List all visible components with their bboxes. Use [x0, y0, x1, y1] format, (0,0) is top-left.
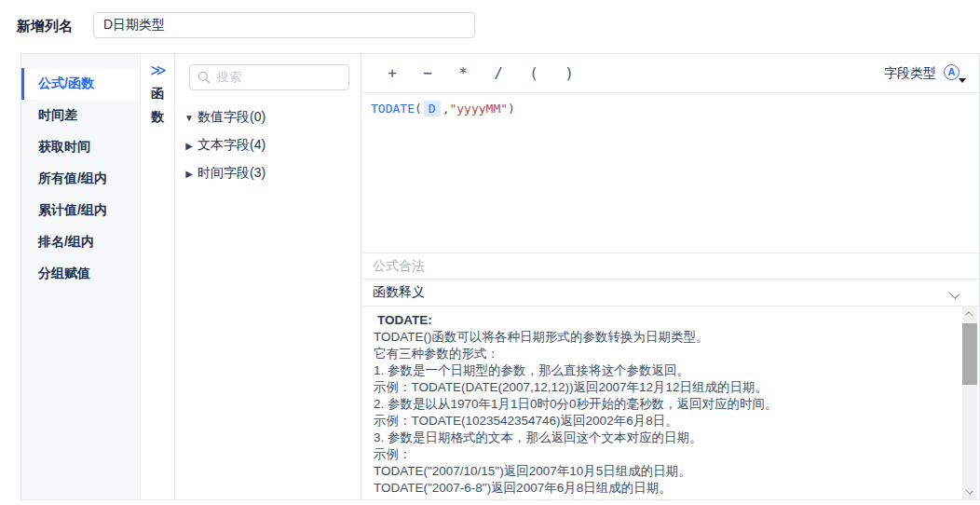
formula-valid-status: 公式合法 — [373, 258, 425, 275]
text-type-a-icon: A — [944, 64, 960, 80]
tree-expand-icon[interactable]: ▶ — [183, 141, 196, 151]
divide-operator-button[interactable]: / — [486, 64, 510, 82]
new-column-topbar: 新增列名 — [0, 0, 980, 53]
formula-paren: ) — [508, 102, 515, 116]
new-column-name-label: 新增列名 — [17, 18, 73, 35]
sidebar-item-group-assign[interactable]: 分组赋值 — [21, 258, 140, 290]
doc-line: TODATE("2007-6-8")返回2007年6月8日组成的日期。 — [374, 480, 951, 497]
tree-expand-icon[interactable]: ▼ — [183, 113, 196, 123]
sidebar-item-cumulative-in-group[interactable]: 累计值/组内 — [21, 195, 140, 226]
sidebar-item-label: 累计值/组内 — [38, 202, 107, 219]
search-icon — [197, 71, 211, 84]
doc-line: 示例： — [374, 446, 951, 463]
function-doc-body: TODATE: TODATE()函数可以将各种日期形式的参数转换为日期类型。 它… — [361, 306, 979, 499]
function-doc-header: 函数释义 — [361, 279, 979, 306]
multiply-operator-button[interactable]: * — [451, 64, 475, 82]
vertical-label-char: 函 — [151, 83, 164, 103]
doc-line: TODATE: — [374, 312, 951, 329]
formula-validity-row: 公式合法 — [361, 252, 979, 279]
formula-input-area[interactable]: TODATE(D,"yyyyMM") — [361, 93, 979, 252]
tree-group-label: 文本字段(4) — [197, 137, 265, 154]
formula-string-token: "yyyyMM" — [449, 102, 508, 116]
caret-down-icon — [959, 78, 966, 83]
tree-group-label: 时间字段(3) — [197, 165, 265, 182]
sidebar-item-all-values-in-group[interactable]: 所有值/组内 — [21, 163, 140, 195]
tree-group-time-fields[interactable]: ▶ 时间字段(3) — [175, 159, 361, 187]
doc-line: TODATE("2007/10/15")返回2007年10月5日组成的日期。 — [374, 463, 951, 480]
field-type-dropdown-button[interactable]: A — [944, 64, 966, 83]
formula-editor-panel: 公式/函数 时间差 获取时间 所有值/组内 累计值/组内 排名/组内 分组赋值 … — [20, 53, 980, 500]
field-search-box[interactable]: 搜索 — [189, 64, 349, 90]
formula-function-token: TODATE — [371, 102, 415, 116]
tree-expand-icon[interactable]: ▶ — [183, 169, 196, 179]
field-tree: ▼ 数值字段(0) ▶ 文本字段(4) ▶ 时间字段(3) — [175, 103, 361, 187]
field-type-label: 字段类型 — [884, 65, 936, 82]
sidebar-item-label: 公式/函数 — [38, 75, 94, 92]
formula-paren: ( — [415, 102, 422, 116]
plus-operator-button[interactable]: + — [380, 64, 404, 82]
doc-line: 示例：TODATE(1023542354746)返回2002年6月8日。 — [374, 413, 951, 430]
doc-scrollbar[interactable] — [962, 307, 977, 499]
sidebar-item-label: 时间差 — [38, 107, 77, 124]
vertical-label-char: 数 — [151, 106, 164, 127]
doc-line: 3. 参数是日期格式的文本，那么返回这个文本对应的日期。 — [374, 430, 951, 446]
open-paren-button[interactable]: ( — [522, 64, 546, 82]
column-type-sidebar: 公式/函数 时间差 获取时间 所有值/组内 累计值/组内 排名/组内 分组赋值 — [21, 54, 141, 499]
scroll-up-arrow-icon[interactable] — [962, 307, 977, 321]
search-placeholder: 搜索 — [217, 69, 241, 86]
doc-line: TODATE()函数可以将各种日期形式的参数转换为日期类型。 — [374, 329, 951, 346]
sidebar-item-time-diff[interactable]: 时间差 — [21, 100, 140, 131]
sidebar-item-formula-function[interactable]: 公式/函数 — [21, 68, 140, 100]
fields-panel: 搜索 ▼ 数值字段(0) ▶ 文本字段(4) ▶ 时间字段(3) — [175, 54, 361, 499]
doc-line: 1. 参数是一个日期型的参数，那么直接将这个参数返回。 — [374, 362, 951, 379]
tree-group-numeric-fields[interactable]: ▼ 数值字段(0) — [175, 103, 361, 131]
tree-group-label: 数值字段(0) — [197, 109, 265, 126]
minus-operator-button[interactable]: − — [415, 64, 440, 82]
new-column-name-input[interactable] — [93, 12, 475, 38]
doc-line: 2. 参数是以从1970年1月1日0时0分0秒开始的毫秒数，返回对应的时间。 — [374, 396, 951, 413]
field-type-control: 字段类型 A — [884, 64, 966, 83]
sidebar-item-get-time[interactable]: 获取时间 — [21, 131, 140, 163]
collapse-chevrons-icon[interactable]: ≫ — [150, 61, 165, 80]
scroll-down-arrow-icon[interactable] — [962, 485, 977, 499]
doc-line: 示例：TODATE(DATE(2007,12,12))返回2007年12月12日… — [374, 379, 951, 396]
sidebar-item-rank-in-group[interactable]: 排名/组内 — [21, 226, 140, 258]
operator-toolbar: + − * / ( ) 字段类型 A — [361, 54, 979, 93]
sidebar-item-label: 所有值/组内 — [38, 171, 107, 187]
scrollbar-thumb[interactable] — [962, 323, 977, 385]
sidebar-item-label: 排名/组内 — [38, 234, 94, 251]
sidebar-item-label: 获取时间 — [38, 139, 90, 156]
doc-line: 它有三种参数的形式： — [374, 346, 951, 362]
function-doc-title: 函数释义 — [373, 284, 425, 301]
formula-editor-column: + − * / ( ) 字段类型 A TODATE(D,"yyyyMM") 公式… — [361, 54, 979, 499]
close-paren-button[interactable]: ) — [557, 64, 581, 82]
formula-field-token[interactable]: D — [424, 101, 441, 116]
sidebar-item-label: 分组赋值 — [38, 266, 90, 282]
function-collapse-column: ≫ 函 数 — [141, 54, 175, 499]
chevron-down-icon[interactable] — [949, 287, 960, 298]
tree-group-text-fields[interactable]: ▶ 文本字段(4) — [175, 131, 361, 159]
